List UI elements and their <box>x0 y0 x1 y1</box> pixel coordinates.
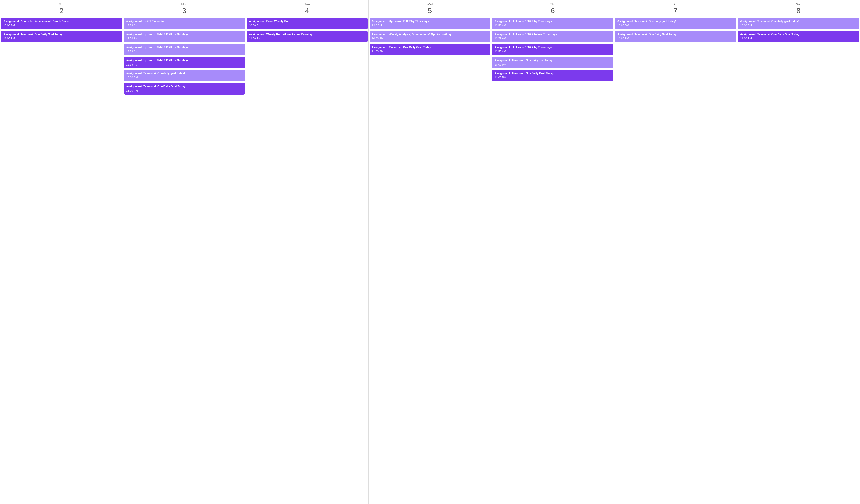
event-time: 11:00 PM <box>617 36 733 41</box>
day-header-fri: Fri7 <box>614 0 736 16</box>
day-events-sat: Assignment: Tassomai: One daily goal tod… <box>737 16 860 504</box>
day-events-thu: Assignment: Up Learn: 150XP by Thursdays… <box>491 16 614 504</box>
day-number-label: 2 <box>0 7 123 14</box>
calendar-event[interactable]: Assignment: Weekly Analysis, Observation… <box>370 31 490 43</box>
event-title: Assignment: Up Learn: 150XP by Thursdays <box>494 45 611 49</box>
event-title: Assignment: Weekly Analysis, Observation… <box>372 33 488 36</box>
event-time: 10:00 PM <box>617 24 733 28</box>
calendar-event[interactable]: Assignment: Tassomai: One daily goal tod… <box>124 70 245 81</box>
day-header-thu: Thu6 <box>491 0 614 16</box>
event-time: 10:00 PM <box>372 36 488 41</box>
event-time: 11:00 PM <box>372 50 488 54</box>
day-name-label: Tue <box>246 2 369 6</box>
event-title: Assignment: Tassomai: One Daily Goal Tod… <box>126 85 242 88</box>
event-time: 11:00 PM <box>3 36 119 41</box>
calendar-event[interactable]: Assignment: Unit 1 Evaluation12:59 AM <box>124 18 245 29</box>
calendar-event[interactable]: Assignment: Tassomai: One Daily Goal Tod… <box>1 31 122 43</box>
day-name-label: Mon <box>123 2 245 6</box>
event-title: Assignment: Up Learn: 150XP by Thursdays <box>372 19 488 23</box>
calendar-event[interactable]: Assignment: Tassomai: One Daily Goal Tod… <box>615 31 736 43</box>
day-events-mon: Assignment: Unit 1 Evaluation12:59 AMAss… <box>123 16 245 504</box>
calendar-event[interactable]: Assignment: Up Learn: 150XP before Thurs… <box>492 31 613 43</box>
day-name-label: Thu <box>491 2 614 6</box>
event-title: Assignment: Tassomai: One Daily Goal Tod… <box>372 45 488 49</box>
day-column-tue: Tue4Assignment: Exam Weekly Prep10:00 PM… <box>246 0 369 504</box>
day-number-label: 3 <box>123 7 245 14</box>
day-events-fri: Assignment: Tassomai: One daily goal tod… <box>614 16 736 504</box>
event-time: 10:00 PM <box>126 76 242 80</box>
day-name-label: Wed <box>369 2 491 6</box>
event-time: 12:59 AM <box>126 36 242 41</box>
calendar-event[interactable]: Assignment: Controlled Assessment: Chuck… <box>1 18 122 29</box>
day-name-label: Sat <box>737 2 860 6</box>
event-time: 12:59 AM <box>126 50 242 54</box>
calendar-event[interactable]: Assignment: Tassomai: One daily goal tod… <box>615 18 736 29</box>
calendar-event[interactable]: Assignment: Tassomai: One Daily Goal Tod… <box>124 83 245 94</box>
event-time: 12:59 AM <box>494 24 611 28</box>
event-title: Assignment: Tassomai: One Daily Goal Tod… <box>3 33 119 36</box>
calendar-event[interactable]: Assignment: Tassomai: One daily goal tod… <box>492 57 613 69</box>
day-column-mon: Mon3Assignment: Unit 1 Evaluation12:59 A… <box>123 0 246 504</box>
event-title: Assignment: Up Learn: 150XP before Thurs… <box>494 33 611 36</box>
day-events-wed: Assignment: Up Learn: 150XP by Thursdays… <box>369 16 491 504</box>
calendar-event[interactable]: Assignment: Tassomai: One Daily Goal Tod… <box>492 70 613 81</box>
event-title: Assignment: Up Learn: Total 300XP by Mon… <box>126 33 242 36</box>
day-header-sat: Sat8 <box>737 0 860 16</box>
calendar-event[interactable]: Assignment: Up Learn: Total 300XP by Mon… <box>124 31 245 43</box>
event-time: 12:59 AM <box>126 24 242 28</box>
calendar-event[interactable]: Assignment: Tassomai: One daily goal tod… <box>738 18 859 29</box>
calendar-event[interactable]: Assignment: Up Learn: Total 300XP by Mon… <box>124 44 245 56</box>
day-name-label: Fri <box>614 2 736 6</box>
calendar-event[interactable]: Assignment: Up Learn: Total 300XP by Mon… <box>124 57 245 69</box>
event-time: 12:59 AM <box>494 36 611 41</box>
event-title: Assignment: Weekly Portrait Worksheet Dr… <box>249 33 365 36</box>
day-header-wed: Wed5 <box>369 0 491 16</box>
event-time: 12:59 AM <box>494 50 611 54</box>
day-column-sun: Sun2Assignment: Controlled Assessment: C… <box>0 0 123 504</box>
event-time: 12:59 AM <box>126 63 242 67</box>
day-number-label: 7 <box>614 7 736 14</box>
day-events-tue: Assignment: Exam Weekly Prep10:00 PMAssi… <box>246 16 369 504</box>
event-title: Assignment: Tassomai: One daily goal tod… <box>740 19 857 23</box>
event-time: 10:00 PM <box>249 24 365 28</box>
event-time: 11:00 PM <box>740 36 857 41</box>
calendar-event[interactable]: Assignment: Up Learn: 150XP by Thursdays… <box>370 18 490 29</box>
calendar-event[interactable]: Assignment: Tassomai: One Daily Goal Tod… <box>738 31 859 43</box>
calendar-event[interactable]: Assignment: Up Learn: 150XP by Thursdays… <box>492 44 613 56</box>
event-title: Assignment: Tassomai: One Daily Goal Tod… <box>740 33 857 36</box>
day-column-thu: Thu6Assignment: Up Learn: 150XP by Thurs… <box>491 0 614 504</box>
event-title: Assignment: Up Learn: Total 300XP by Mon… <box>126 59 242 62</box>
event-time: 11:00 PM <box>494 76 611 80</box>
day-events-sun: Assignment: Controlled Assessment: Chuck… <box>0 16 123 504</box>
calendar-grid: Sun2Assignment: Controlled Assessment: C… <box>0 0 860 504</box>
day-number-label: 5 <box>369 7 491 14</box>
day-number-label: 4 <box>246 7 369 14</box>
day-number-label: 6 <box>491 7 614 14</box>
calendar-event[interactable]: Assignment: Tassomai: One Daily Goal Tod… <box>370 44 490 56</box>
event-title: Assignment: Up Learn: 150XP by Thursdays <box>494 19 611 23</box>
event-title: Assignment: Exam Weekly Prep <box>249 19 365 23</box>
calendar-event[interactable]: Assignment: Up Learn: 150XP by Thursdays… <box>492 18 613 29</box>
event-title: Assignment: Tassomai: One daily goal tod… <box>494 59 611 62</box>
event-title: Assignment: Tassomai: One Daily Goal Tod… <box>494 72 611 75</box>
day-name-label: Sun <box>0 2 123 6</box>
day-number-label: 8 <box>737 7 860 14</box>
day-header-sun: Sun2 <box>0 0 123 16</box>
event-time: 10:00 PM <box>740 24 857 28</box>
calendar-event[interactable]: Assignment: Exam Weekly Prep10:00 PM <box>247 18 368 29</box>
day-header-mon: Mon3 <box>123 0 245 16</box>
event-time: 10:00 PM <box>494 63 611 67</box>
event-title: Assignment: Up Learn: Total 300XP by Mon… <box>126 45 242 49</box>
event-title: Assignment: Unit 1 Evaluation <box>126 19 242 23</box>
day-column-wed: Wed5Assignment: Up Learn: 150XP by Thurs… <box>369 0 491 504</box>
calendar-event[interactable]: Assignment: Weekly Portrait Worksheet Dr… <box>247 31 368 43</box>
event-title: Assignment: Tassomai: One daily goal tod… <box>126 72 242 75</box>
event-time: 10:00 PM <box>3 24 119 28</box>
day-header-tue: Tue4 <box>246 0 369 16</box>
day-column-fri: Fri7Assignment: Tassomai: One daily goal… <box>614 0 737 504</box>
event-time: 11:00 PM <box>249 36 365 41</box>
event-time: 11:00 PM <box>126 89 242 93</box>
event-title: Assignment: Tassomai: One daily goal tod… <box>617 19 733 23</box>
event-time: 1:00 AM <box>372 24 488 28</box>
event-title: Assignment: Tassomai: One Daily Goal Tod… <box>617 33 733 36</box>
